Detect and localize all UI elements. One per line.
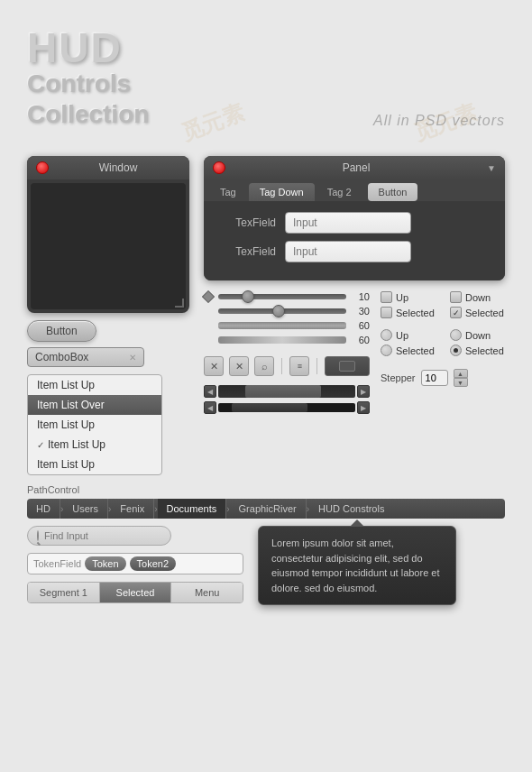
checkbox-label-up: Up bbox=[396, 292, 408, 303]
checkbox-down[interactable]: Down bbox=[450, 291, 505, 303]
combobox-label: ComboBox bbox=[35, 351, 88, 363]
tool-icon-x[interactable]: ✕ bbox=[204, 356, 224, 376]
scroll-left-arrow-2[interactable]: ◀ bbox=[204, 401, 216, 414]
slider-track-1[interactable] bbox=[218, 294, 346, 299]
toolbar-divider-2 bbox=[316, 358, 317, 374]
slider-row-1: 10 bbox=[204, 291, 370, 302]
checkbox-selected-1[interactable]: Selected bbox=[381, 307, 436, 318]
window-close-button[interactable] bbox=[36, 161, 49, 174]
radio-selected-1[interactable]: Selected bbox=[381, 345, 436, 356]
checkbox-icon-sel1[interactable] bbox=[381, 307, 392, 318]
path-item-graphicriver[interactable]: GraphicRiver bbox=[230, 499, 307, 519]
list-container: Item List Up Item List Over Item List Up… bbox=[27, 374, 162, 475]
segment-selected[interactable]: Selected bbox=[100, 583, 172, 602]
radio-selected-2[interactable]: Selected bbox=[450, 345, 505, 356]
tool-icon-lines[interactable]: ≡ bbox=[289, 356, 309, 376]
field-row-2: TexField bbox=[222, 241, 487, 262]
segment-1[interactable]: Segment 1 bbox=[28, 583, 100, 602]
tool-icon-zoom[interactable]: ⌕ bbox=[254, 356, 274, 376]
bottom-section: PathControl HD › Users › Fenix › Documen… bbox=[0, 484, 532, 611]
stepper-arrows: ▲ ▼ bbox=[454, 369, 468, 387]
list-item-checked[interactable]: Item List Up bbox=[28, 435, 161, 455]
list-item[interactable]: Item List Up bbox=[28, 455, 161, 474]
path-item-documents[interactable]: Documents bbox=[158, 499, 227, 519]
scrollbar-horizontal-1: ◀ ▶ bbox=[204, 385, 370, 398]
path-bar: HD › Users › Fenix › Documents › Graphic… bbox=[27, 499, 505, 519]
text-input-1[interactable] bbox=[285, 212, 411, 234]
left-bottom: TokenField Token Token2 Segment 1 Select… bbox=[27, 526, 243, 611]
scroll-right-arrow[interactable]: ▶ bbox=[357, 385, 370, 398]
text-input-2[interactable] bbox=[285, 241, 411, 262]
checkbox-selected-2[interactable]: ✓ Selected bbox=[450, 307, 505, 318]
path-item-users[interactable]: Users bbox=[63, 499, 108, 519]
radio-label-down: Down bbox=[465, 330, 491, 341]
checkbox-icon-sel2[interactable]: ✓ bbox=[450, 307, 462, 318]
header: HUD Controls Collection All in PSD vecto… bbox=[0, 0, 532, 147]
radio-icon-sel2[interactable] bbox=[450, 345, 462, 356]
radio-icon-up[interactable] bbox=[381, 329, 392, 341]
path-item-hud[interactable]: HUD Constrols bbox=[309, 499, 393, 519]
checkbox-label-sel2: Selected bbox=[465, 308, 504, 318]
slider-track-4[interactable] bbox=[218, 336, 346, 344]
preview-box bbox=[325, 356, 370, 376]
checkbox-col-1: Up Selected bbox=[381, 291, 436, 322]
tab-tag2[interactable]: Tag 2 bbox=[316, 183, 362, 201]
search-input[interactable] bbox=[44, 530, 169, 541]
checkbox-icon-down[interactable] bbox=[450, 291, 462, 303]
combobox-clear-icon[interactable]: ✕ bbox=[129, 353, 136, 363]
scroll-track-1[interactable] bbox=[218, 385, 355, 398]
stepper-up-button[interactable]: ▲ bbox=[454, 369, 468, 378]
scroll-track-2[interactable] bbox=[218, 403, 355, 412]
radio-down[interactable]: Down bbox=[450, 329, 505, 341]
path-item-hd[interactable]: HD bbox=[27, 499, 60, 519]
combobox[interactable]: ComboBox ✕ bbox=[27, 347, 144, 367]
panel-title: Panel bbox=[225, 161, 487, 174]
tab-bar: Tag Tag Down Tag 2 Button bbox=[204, 179, 505, 201]
scrollbar-horizontal-2: ◀ ▶ bbox=[204, 401, 370, 414]
checkbox-label-down: Down bbox=[465, 292, 491, 303]
token-1[interactable]: Token bbox=[85, 556, 125, 571]
radio-icon-sel1[interactable] bbox=[381, 345, 392, 356]
logo-line3: Collection bbox=[27, 99, 149, 130]
field-label-2: TexField bbox=[222, 245, 276, 258]
slider-value-3: 60 bbox=[352, 320, 370, 331]
slider-diamond-icon bbox=[202, 290, 215, 303]
slider-value-2: 30 bbox=[352, 306, 370, 317]
window-panel: Window bbox=[27, 156, 189, 313]
radio-icon-down[interactable] bbox=[450, 329, 462, 341]
slider-track-3[interactable] bbox=[218, 322, 346, 329]
radio-col-1: Up Selected bbox=[381, 329, 436, 360]
token-field: TokenField Token Token2 bbox=[27, 553, 243, 574]
field-row-1: TexField bbox=[222, 212, 487, 234]
main-button[interactable]: Button bbox=[27, 320, 96, 342]
search-field[interactable] bbox=[27, 526, 171, 546]
checkbox-up[interactable]: Up bbox=[381, 291, 436, 303]
tab-tag-down[interactable]: Tag Down bbox=[249, 183, 315, 201]
checkbox-icon-up[interactable] bbox=[381, 291, 392, 303]
panel-close-button[interactable] bbox=[213, 161, 225, 174]
tooltip: Lorem ipsum dolor sit amet, consectetur … bbox=[258, 526, 456, 605]
list-item[interactable]: Item List Up bbox=[28, 375, 161, 395]
scroll-right-arrow-2[interactable]: ▶ bbox=[357, 401, 370, 414]
radio-up[interactable]: Up bbox=[381, 329, 436, 341]
stepper-down-button[interactable]: ▼ bbox=[454, 378, 468, 387]
tab-tag[interactable]: Tag bbox=[209, 183, 247, 201]
resize-handle[interactable] bbox=[175, 299, 184, 308]
path-item-fenix[interactable]: Fenix bbox=[111, 499, 154, 519]
panel-window: Panel ▼ Tag Tag Down Tag 2 Button TexFie… bbox=[204, 156, 505, 280]
sliders-toolbar-section: 10 30 60 6 bbox=[204, 291, 370, 414]
scroll-left-arrow[interactable]: ◀ bbox=[204, 385, 216, 398]
toolbar-divider bbox=[281, 358, 282, 374]
path-control-label: PathControl bbox=[27, 484, 505, 495]
segment-menu[interactable]: Menu bbox=[171, 583, 243, 602]
tool-icon-crosshair[interactable]: ✕ bbox=[229, 356, 249, 376]
list-item[interactable]: Item List Up bbox=[28, 415, 161, 435]
tab-button[interactable]: Button bbox=[368, 183, 418, 201]
slider-track-2[interactable] bbox=[218, 308, 346, 314]
list-item-over[interactable]: Item List Over bbox=[28, 395, 161, 415]
stepper-input[interactable] bbox=[421, 370, 448, 386]
panel-dropdown-icon[interactable]: ▼ bbox=[487, 163, 496, 173]
token-2[interactable]: Token2 bbox=[130, 556, 176, 571]
checkbox-label-sel1: Selected bbox=[396, 308, 435, 318]
preview-icon bbox=[339, 361, 355, 372]
